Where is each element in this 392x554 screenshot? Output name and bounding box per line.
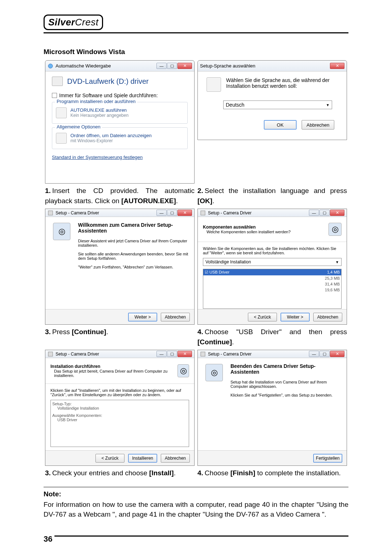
always-checkbox[interactable] [52,93,57,98]
wizard2-heading: Komponenten auswählen [203,225,291,230]
note-heading: Note: [44,490,348,498]
svg-point-0 [48,64,53,68]
control-panel-link[interactable]: Standard in der Systemsteuerung festlege… [52,155,143,160]
autorun-item[interactable]: AUTORUN.EXE ausführen Kein Herausgeber a… [56,107,184,118]
section-heading: Microsoft Windows Vista [44,48,348,56]
setup-icon [48,210,53,216]
drive-icon [52,77,63,86]
group-general-label: Allgemeine Optionen [55,124,102,130]
autoplay-icon [48,63,53,69]
open-folder-sublabel: mit Windows-Explorer [70,138,152,143]
close-button[interactable]: ✕ [177,63,192,69]
wizard2-instructions: Wählen Sie die Komponenten aus, die Sie … [203,246,342,255]
chevron-down-icon: ▼ [326,103,330,107]
note-text: For information on how to use the camera… [44,500,348,520]
always-label: Immer für Software und Spiele durchführe… [59,93,158,98]
back-button[interactable]: < Zurück [95,454,124,463]
globe-icon [207,77,221,92]
screenshot-wizard-finish: Setup - Camera Driver — ▢ ✕ ◎ Beenden de… [197,350,347,466]
install-type-combo[interactable]: Vollständige Installation ▼ [203,258,342,266]
wizard1-heading: Willkommen zum Camera Driver Setup-Assis… [78,222,189,234]
brand-logo: SilverCrest [44,15,103,30]
step4-caption: 4.Choose "USB Driver" and then press [Co… [197,327,347,347]
svg-rect-1 [48,211,53,215]
cancel-button[interactable]: Abbrechen [161,454,190,463]
minimize-button[interactable]: — [156,351,167,357]
wizard-logo-icon: ◎ [328,223,342,236]
wizard1-p1: Dieser Assistent wird jetzt Camera Drive… [78,239,189,247]
wizard-title: Setup - Camera Driver [56,352,99,357]
finish-button[interactable]: Fertigstellen [313,454,342,463]
next-button[interactable]: Weiter > [281,313,310,321]
wizard-logo-icon: ◎ [205,364,223,381]
language-value: Deutsch [226,102,244,108]
size-3: 31,4 MB [203,281,341,287]
brand-header: SilverCrest [44,15,348,33]
autoplay-title: Automatische Wiedergabe [56,63,111,69]
back-button[interactable]: < Zurück [248,313,277,321]
svg-rect-4 [201,352,205,356]
step2-caption: 2.Select the installation language and p… [197,186,347,206]
screenshot-autoplay: Automatische Wiedergabe — ▢ ✕ DVD-Laufwe… [45,60,195,184]
maximize-button[interactable]: ▢ [319,351,330,357]
maximize-button[interactable]: ▢ [167,63,177,69]
cancel-button[interactable]: Abbrechen [313,313,342,321]
close-button[interactable]: ✕ [177,210,192,216]
open-folder-label: Ordner öffnen, um Dateien anzuzeigen [70,133,152,138]
screenshot-wizard-ready: Setup - Camera Driver — ▢ ✕ Installation… [45,350,195,466]
cancel-button[interactable]: Abbrechen [302,120,334,130]
open-folder-item[interactable]: Ordner öffnen, um Dateien anzuzeigen mit… [56,133,184,144]
folder-icon [56,133,67,144]
wizard1-p2: Sie sollten alle anderen Anwendungen bee… [78,252,189,260]
wizard-title: Setup - Camera Driver [56,210,99,216]
close-button[interactable]: ✕ [330,63,344,69]
wizard2-subheading: Welche Komponenten sollen installiert we… [207,230,291,234]
drive-label: DVD-Laufwerk (D:) driver [67,77,148,86]
brand-part-a: Silver [48,17,75,28]
close-button[interactable]: ✕ [330,351,344,357]
step6-caption: 4.Choose [Finish] to complete the instal… [197,468,347,478]
minimize-button[interactable]: — [309,351,319,357]
autorun-icon [56,107,67,118]
wizard-title: Setup - Camera Driver [208,210,252,216]
lang-message: Wählen Sie die Sprache aus, die während … [226,77,338,89]
wizard3-subheading: Das Setup ist jetzt bereit, Camera Drive… [54,369,172,378]
wizard4-p1: Setup hat die Installation von Camera Dr… [230,380,342,389]
next-button[interactable]: Weiter > [128,313,157,321]
maximize-button[interactable]: ▢ [319,210,330,216]
components-list[interactable]: ☑ USB Driver 1,4 MB 25,3 MB 31,4 MB 19,6… [203,269,342,309]
close-button[interactable]: ✕ [177,351,192,357]
brand-part-b: Crest [75,17,99,28]
wizard-title: Setup - Camera Driver [208,352,252,357]
install-type-value: Vollständige Installation [205,259,251,264]
wizard4-heading: Beenden des Camera Driver Setup-Assisten… [230,363,342,375]
minimize-button[interactable]: — [309,210,319,216]
svg-rect-2 [201,211,205,215]
footer-rule [54,535,348,537]
minimize-button[interactable]: — [156,210,167,216]
language-combo[interactable]: Deutsch ▼ [223,100,332,109]
wizard-logo-icon: ◎ [177,364,189,377]
step5-caption: 3.Check your entries and choose [Install… [45,468,195,478]
wizard3-instructions: Klicken Sie auf "Installieren", um mit d… [50,388,189,397]
wizard3-heading: Installation durchführen [50,364,172,369]
setup-icon [48,351,53,357]
minimize-button[interactable]: — [156,63,167,69]
lang-title: Setup-Sprache auswählen [200,63,256,69]
wizard4-p2: Klicken Sie auf "Fertigstellen", um das … [230,393,342,397]
step3-caption: 3.Press [Continue]. [45,327,195,337]
screenshot-wizard-components: Setup - Camera Driver — ▢ ✕ Komponenten … [197,209,347,325]
component-item: USB Driver [209,270,229,274]
cancel-button[interactable]: Abbrechen [161,313,190,321]
wizard1-p3: "Weiter" zum Fortfahren, "Abbrechen" zum… [78,265,189,269]
size-4: 19,6 MB [203,287,341,293]
close-button[interactable]: ✕ [330,210,344,216]
install-summary: Setup-Typ: Vollständige Installation Aus… [50,400,189,447]
screenshot-language: Setup-Sprache auswählen ✕ Wählen Sie die… [197,60,347,140]
maximize-button[interactable]: ▢ [167,351,177,357]
autorun-label: AUTORUN.EXE ausführen [70,107,128,113]
maximize-button[interactable]: ▢ [167,210,177,216]
ok-button[interactable]: OK [264,120,297,130]
step1-caption: 1.Insert the CD provided. The automatic … [45,186,195,206]
install-button[interactable]: Installieren [128,454,157,463]
